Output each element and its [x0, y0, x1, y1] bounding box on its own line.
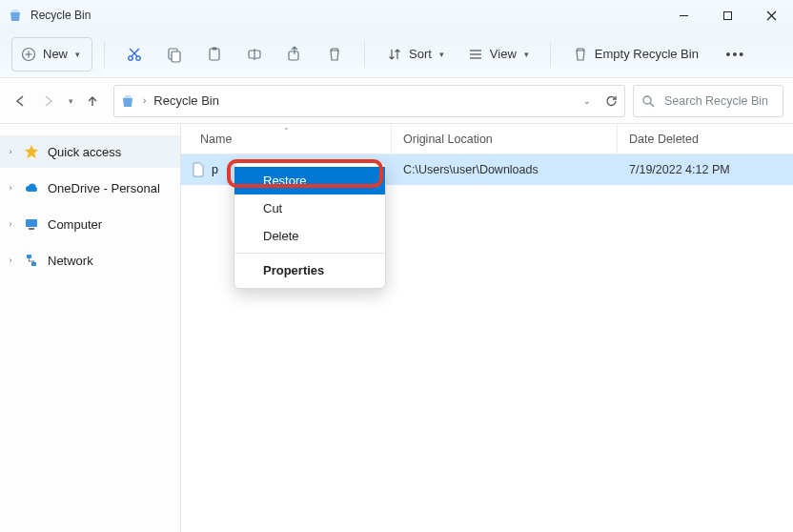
- sidebar-item-computer[interactable]: › Computer: [0, 208, 180, 240]
- close-button[interactable]: [749, 0, 793, 31]
- maximize-button[interactable]: [705, 0, 749, 31]
- star-icon: [23, 143, 40, 160]
- column-header-name[interactable]: ⌄ Name: [181, 124, 392, 153]
- chevron-down-icon: ⌄: [283, 123, 290, 132]
- file-name: p: [212, 163, 218, 176]
- scissors-icon: [126, 46, 143, 63]
- search-icon: [641, 94, 655, 108]
- context-menu-item-restore[interactable]: Restore: [234, 167, 385, 194]
- empty-recycle-bin-button[interactable]: Empty Recycle Bin: [562, 37, 708, 72]
- context-menu-item-delete[interactable]: Delete: [234, 222, 385, 250]
- sort-icon: [386, 46, 403, 63]
- trash-icon: [326, 46, 343, 63]
- more-button[interactable]: •••: [718, 37, 754, 72]
- cut-button[interactable]: [116, 37, 152, 72]
- chevron-down-icon: ▾: [524, 50, 529, 59]
- sidebar-item-label: Quick access: [48, 145, 121, 159]
- svg-point-7: [129, 55, 132, 59]
- sidebar-item-quick-access[interactable]: › Quick access: [0, 135, 180, 168]
- copy-button[interactable]: [156, 37, 193, 72]
- column-header-date-deleted[interactable]: Date Deleted: [618, 124, 793, 153]
- network-icon: [23, 252, 40, 269]
- chevron-down-icon: ▾: [75, 50, 80, 59]
- cloud-icon: [23, 179, 40, 196]
- navigation-pane: › Quick access › OneDrive - Personal › C…: [0, 124, 181, 532]
- chevron-right-icon[interactable]: ›: [6, 256, 15, 265]
- svg-rect-12: [172, 51, 180, 62]
- paste-button[interactable]: [196, 37, 233, 72]
- sidebar-item-label: Network: [48, 254, 93, 268]
- view-icon: [467, 46, 484, 63]
- recent-locations-button[interactable]: ▾: [69, 96, 73, 106]
- file-date-deleted: 7/19/2022 4:12 PM: [629, 163, 730, 176]
- context-menu: Restore Cut Delete Properties: [234, 162, 386, 289]
- refresh-button[interactable]: [604, 93, 619, 108]
- address-dropdown-button[interactable]: ⌄: [583, 96, 591, 106]
- sidebar-item-onedrive[interactable]: › OneDrive - Personal: [0, 172, 180, 204]
- svg-line-3: [767, 11, 776, 20]
- address-bar[interactable]: › Recycle Bin ⌄: [113, 85, 625, 117]
- plus-circle-icon: [20, 46, 37, 63]
- share-icon: [286, 46, 303, 63]
- separator: [234, 253, 385, 254]
- address-row: ▾ › Recycle Bin ⌄: [0, 78, 793, 124]
- column-headers: ⌄ Name Original Location Date Deleted: [181, 124, 793, 154]
- file-original-location: C:\Users\user\Downloads: [403, 163, 539, 176]
- sort-button[interactable]: Sort ▾: [376, 37, 454, 72]
- chevron-right-icon[interactable]: ›: [6, 147, 15, 156]
- chevron-right-icon[interactable]: ›: [6, 183, 15, 193]
- clipboard-icon: [206, 46, 223, 63]
- sort-button-label: Sort: [409, 47, 432, 61]
- svg-rect-14: [213, 47, 217, 50]
- sidebar-item-network[interactable]: › Network: [0, 244, 180, 276]
- file-icon: [191, 162, 206, 177]
- search-input[interactable]: [662, 93, 775, 109]
- svg-rect-17: [289, 51, 298, 60]
- view-button-label: View: [490, 47, 517, 61]
- chevron-right-icon[interactable]: ›: [143, 95, 146, 106]
- svg-rect-25: [27, 255, 31, 258]
- separator: [550, 41, 551, 68]
- svg-line-2: [767, 11, 776, 20]
- recycle-bin-icon: [120, 93, 135, 109]
- recycle-bin-icon: [8, 8, 23, 23]
- svg-rect-1: [723, 11, 731, 19]
- context-menu-item-cut[interactable]: Cut: [234, 194, 385, 222]
- column-header-original-location[interactable]: Original Location: [392, 124, 618, 153]
- svg-point-21: [643, 96, 651, 104]
- ellipsis-icon: •••: [727, 46, 744, 63]
- chevron-down-icon: ▾: [439, 50, 444, 59]
- separator: [364, 41, 365, 68]
- svg-line-22: [650, 103, 654, 107]
- up-button[interactable]: [85, 93, 100, 109]
- trash-icon: [572, 46, 589, 63]
- search-box[interactable]: [633, 85, 783, 117]
- forward-button[interactable]: [40, 93, 55, 109]
- breadcrumb-item[interactable]: Recycle Bin: [153, 93, 219, 108]
- back-button[interactable]: [13, 93, 29, 109]
- context-menu-item-properties[interactable]: Properties: [234, 256, 385, 284]
- svg-rect-23: [26, 219, 37, 227]
- svg-rect-13: [210, 49, 219, 60]
- separator: [104, 41, 105, 68]
- rename-button[interactable]: [236, 37, 273, 72]
- chevron-right-icon[interactable]: ›: [6, 219, 15, 229]
- new-button[interactable]: New ▾: [11, 37, 92, 72]
- sidebar-item-label: Computer: [48, 217, 102, 232]
- copy-icon: [166, 46, 183, 63]
- delete-button[interactable]: [316, 37, 353, 72]
- view-button[interactable]: View ▾: [458, 37, 539, 72]
- rename-icon: [246, 46, 263, 63]
- minimize-button[interactable]: [661, 0, 705, 31]
- share-button[interactable]: [276, 37, 313, 72]
- empty-recycle-bin-label: Empty Recycle Bin: [595, 47, 699, 61]
- svg-rect-24: [29, 228, 34, 230]
- new-button-label: New: [43, 47, 68, 61]
- svg-point-8: [136, 55, 140, 59]
- title-bar: Recycle Bin: [0, 0, 793, 31]
- svg-rect-26: [31, 262, 36, 266]
- monitor-icon: [23, 215, 40, 233]
- sidebar-item-label: OneDrive - Personal: [48, 181, 160, 195]
- command-bar: New ▾ Sort ▾: [0, 31, 793, 78]
- window-title: Recycle Bin: [30, 9, 91, 22]
